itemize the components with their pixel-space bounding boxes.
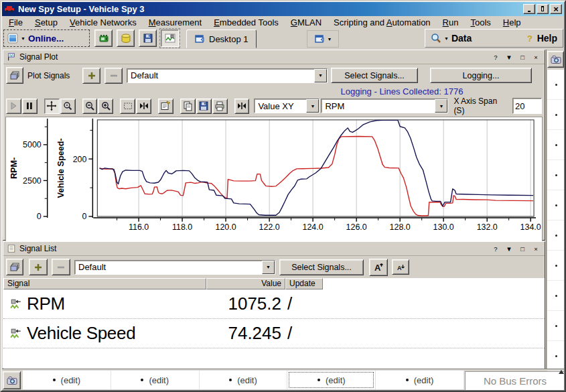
zoom-in-button[interactable] xyxy=(98,99,113,114)
menu-scripting-and-automation[interactable]: Scripting and Automation xyxy=(328,17,437,28)
signal-list-close-button[interactable]: × xyxy=(530,244,541,253)
close-button[interactable] xyxy=(550,4,562,14)
remove-plot-button[interactable] xyxy=(104,68,123,84)
signal-list-titlebar: Signal List ?▼□× xyxy=(3,242,545,256)
save-button[interactable] xyxy=(139,29,157,47)
status-tab-3[interactable]: (edit) xyxy=(200,371,288,389)
combo-dropdown-icon[interactable]: ▼ xyxy=(435,99,447,113)
print-button[interactable] xyxy=(212,99,228,114)
sidebar-tab-6[interactable] xyxy=(547,220,565,251)
play-button[interactable] xyxy=(6,99,21,114)
tab-desktop-1[interactable]: Desktop 1 xyxy=(186,29,257,48)
signal-plot-chart[interactable]: 116.0118.0120.0122.0124.0126.0128.0130.0… xyxy=(6,117,542,241)
database-button[interactable] xyxy=(117,29,135,47)
device-button[interactable] xyxy=(94,29,113,47)
tab-bullet-icon xyxy=(406,379,409,381)
signal-list-help-button[interactable]: ? xyxy=(490,244,501,253)
plot-signal-combo[interactable]: RPM▼ xyxy=(321,99,448,113)
sidebar-tab-10[interactable] xyxy=(547,341,565,371)
maximize-button[interactable] xyxy=(537,4,549,14)
sidebar-capture-button[interactable] xyxy=(547,51,564,68)
list-select-signals-button[interactable]: Select Signals... xyxy=(279,259,364,275)
signal-plot-collapse-button[interactable]: ▼ xyxy=(504,52,514,62)
signal-view-button[interactable] xyxy=(161,29,179,47)
sidebar-tab-2[interactable] xyxy=(547,100,565,130)
status-tab-1[interactable]: (edit) xyxy=(23,371,111,389)
sidebar-tab-8[interactable] xyxy=(547,281,565,311)
menu-file[interactable]: File xyxy=(3,17,29,28)
logging-button[interactable]: Logging... xyxy=(430,68,532,83)
plot-preset-combo[interactable]: Default ▼ xyxy=(127,68,328,83)
plot-mode-combo[interactable]: Value XY▼ xyxy=(254,99,320,113)
signal-list-collapse-button[interactable]: ▼ xyxy=(504,244,514,253)
font-increase-button[interactable]: A xyxy=(369,259,388,276)
sidebar-tab-5[interactable] xyxy=(547,190,565,220)
svg-text:126.0: 126.0 xyxy=(346,223,367,233)
tab-bullet-icon xyxy=(555,325,557,327)
signal-row-rpm[interactable]: RPM1075.2/ xyxy=(3,289,545,319)
menu-vehicle-networks[interactable]: Vehicle Networks xyxy=(64,17,143,28)
properties-button[interactable] xyxy=(158,99,173,114)
status-tab-4[interactable]: (edit) xyxy=(287,371,376,389)
list-preset-selector-button[interactable] xyxy=(6,259,23,275)
list-preset-combo[interactable]: Default ▼ xyxy=(74,260,275,275)
sidebar-tab-1[interactable] xyxy=(547,70,565,100)
menu-tools[interactable]: Tools xyxy=(464,17,496,28)
plot-area[interactable]: 116.0118.0120.0122.0124.0126.0128.0130.0… xyxy=(5,117,543,242)
status-tab-2[interactable]: (edit) xyxy=(111,371,200,389)
column-header-update[interactable]: Update xyxy=(285,278,323,289)
menu-measurement[interactable]: Measurement xyxy=(143,17,208,28)
data-button[interactable]: Data xyxy=(451,33,472,44)
status-tab-5[interactable]: (edit) xyxy=(376,371,464,389)
sidebar-tab-3[interactable] xyxy=(547,130,565,160)
signal-list-maximize-button[interactable]: □ xyxy=(517,244,528,253)
menu-help[interactable]: Help xyxy=(497,17,527,28)
column-header-value[interactable]: Value xyxy=(206,278,285,289)
menu-embedded-tools[interactable]: Embedded Tools xyxy=(208,17,285,28)
copy-button[interactable] xyxy=(180,99,196,114)
zoom-drag-button[interactable] xyxy=(60,99,76,114)
window-titlebar: New Spy Setup - Vehicle Spy 3 xyxy=(1,1,565,16)
svg-text:0: 0 xyxy=(82,212,86,222)
font-decrease-button[interactable]: A xyxy=(392,259,409,275)
column-header-signal[interactable]: Signal xyxy=(3,278,206,289)
desktop-tab-label: Desktop 1 xyxy=(209,34,249,44)
minimize-button[interactable] xyxy=(523,4,535,14)
fit-x-button[interactable] xyxy=(136,99,151,114)
plot-select-signals-button[interactable]: Select Signals... xyxy=(331,68,418,83)
signal-row-vehicle-speed[interactable]: Vehicle Speed74.245/ xyxy=(3,319,545,348)
scroll-up-icon[interactable] xyxy=(559,370,564,374)
menu-run[interactable]: Run xyxy=(437,17,465,28)
combo-dropdown-icon[interactable]: ▼ xyxy=(314,69,327,82)
signal-plot-help-button[interactable]: ? xyxy=(490,52,501,62)
add-signal-button[interactable] xyxy=(29,259,48,275)
menu-gmlan[interactable]: GMLAN xyxy=(285,17,328,28)
save-button[interactable] xyxy=(196,99,212,114)
help-button[interactable]: ? Help xyxy=(524,33,557,44)
x-axis-span-input[interactable] xyxy=(512,98,542,114)
zoom-out-button[interactable] xyxy=(82,99,98,114)
sidebar-tab-4[interactable] xyxy=(547,160,565,190)
remove-signal-button[interactable] xyxy=(52,259,70,275)
combo-dropdown-icon[interactable]: ▼ xyxy=(306,99,319,113)
select-region-button[interactable] xyxy=(120,99,135,114)
chevron-down-icon[interactable]: ▼ xyxy=(21,36,25,41)
online-button[interactable]: ▼ Online... xyxy=(3,29,90,47)
signal-plot-maximize-button[interactable]: □ xyxy=(517,52,528,62)
chevron-down-icon[interactable]: ▼ xyxy=(444,36,449,41)
desktop-dropdown-button[interactable]: ▼ xyxy=(307,30,339,48)
menu-setup[interactable]: Setup xyxy=(29,17,64,28)
toolbar-buttons xyxy=(94,29,179,47)
add-plot-button[interactable] xyxy=(82,68,100,84)
sidebar-tab-9[interactable] xyxy=(547,311,565,341)
chevron-down-icon[interactable]: ▼ xyxy=(328,37,332,42)
sidebar-tab-7[interactable] xyxy=(547,251,565,281)
pause-button[interactable] xyxy=(22,99,38,114)
list-preset-value: Default xyxy=(78,262,262,272)
pan-button[interactable] xyxy=(44,99,60,114)
plot-signals-selector-button[interactable] xyxy=(6,67,23,84)
combo-dropdown-icon[interactable]: ▼ xyxy=(262,261,275,274)
capture-window-button[interactable] xyxy=(3,371,21,389)
fit-marker-button[interactable] xyxy=(234,99,250,114)
signal-plot-close-button[interactable]: × xyxy=(530,52,541,62)
